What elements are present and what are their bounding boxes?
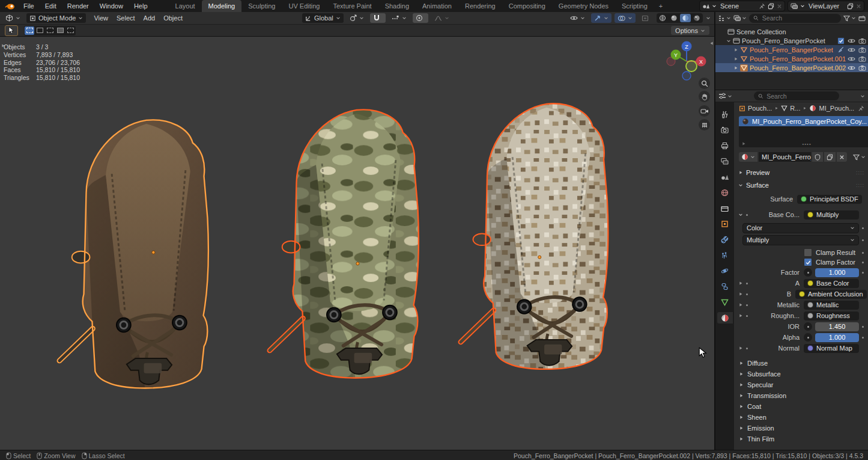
- gizmo-axis-neg-y[interactable]: [686, 61, 697, 72]
- sidebar-collapse-arrow[interactable]: [709, 40, 714, 46]
- tab-object-data[interactable]: [717, 296, 733, 308]
- outliner-row-object-0[interactable]: Pouch_Ferro_BangerPocket: [715, 45, 868, 54]
- clamp-result-checkbox[interactable]: [804, 248, 812, 257]
- proportional-falloff-dropdown[interactable]: [431, 13, 452, 23]
- material-filter-dropdown[interactable]: [853, 154, 866, 161]
- outliner-display-mode-dropdown[interactable]: [733, 15, 747, 21]
- tab-physics[interactable]: [717, 265, 733, 277]
- pouch-model-multicam[interactable]: [270, 109, 419, 378]
- preview-panel-header[interactable]: Preview ::::: [734, 167, 868, 177]
- hide-eye-icon[interactable]: [848, 65, 855, 71]
- viewport-camera-view-button[interactable]: [699, 105, 710, 117]
- tab-object[interactable]: [717, 218, 733, 230]
- new-material-button[interactable]: [824, 152, 836, 162]
- outliner-filter-dropdown[interactable]: [843, 15, 856, 22]
- tab-collection[interactable]: [717, 203, 733, 214]
- outliner-row-object-1[interactable]: Pouch_Ferro_BangerPocket.001: [715, 54, 868, 63]
- mix-data-type-dropdown[interactable]: Color: [742, 223, 859, 233]
- hide-eye-icon[interactable]: [848, 47, 855, 53]
- panel-grip-icon[interactable]: ::::: [856, 170, 864, 176]
- transform-orientation-dropdown[interactable]: Global: [302, 13, 344, 23]
- tab-constraints[interactable]: [717, 281, 733, 292]
- options-dropdown[interactable]: Options: [671, 26, 709, 35]
- tab-output[interactable]: [717, 140, 733, 152]
- disclosure-closed-icon[interactable]: [733, 66, 738, 70]
- tab-scene[interactable]: [717, 171, 733, 183]
- proportional-editing-toggle[interactable]: [413, 13, 428, 23]
- outliner-search[interactable]: [749, 14, 841, 23]
- active-tool-select-box[interactable]: [5, 25, 18, 36]
- overlays-dropdown[interactable]: [615, 13, 636, 23]
- unlink-scene-icon[interactable]: [777, 4, 782, 9]
- browse-material-dropdown[interactable]: [739, 152, 757, 162]
- panel-grip-icon[interactable]: ::::: [856, 182, 864, 188]
- disclosure-open-icon[interactable]: [738, 212, 743, 217]
- disclosure-closed-icon[interactable]: [733, 48, 738, 52]
- ior-socket-button[interactable]: [804, 322, 812, 331]
- remove-viewlayer-icon[interactable]: [856, 4, 861, 9]
- editor-type-button[interactable]: [2, 13, 23, 23]
- render-visibility-camera-icon[interactable]: [858, 38, 866, 44]
- outliner-row-object-2-active[interactable]: Pouch_Ferro_BangerPocket.002: [715, 63, 868, 72]
- menu-edit[interactable]: Edit: [40, 2, 62, 10]
- hide-eye-icon[interactable]: [848, 38, 855, 44]
- render-visibility-camera-icon[interactable]: [858, 47, 866, 53]
- hide-eye-icon[interactable]: [848, 56, 855, 62]
- disclosure-closed-icon[interactable]: [738, 346, 743, 351]
- scene-selector[interactable]: Scene: [699, 1, 785, 11]
- workspace-tab-modeling[interactable]: Modeling: [202, 0, 242, 12]
- input-b-button[interactable]: Ambient Occlusion: [795, 290, 867, 299]
- surface-panel-header[interactable]: Surface ::::: [734, 180, 868, 190]
- tab-view-layer[interactable]: [717, 156, 733, 167]
- disclosure-closed-icon[interactable]: [738, 281, 743, 286]
- factor-slider[interactable]: 1.000: [815, 268, 859, 277]
- shading-wireframe-button[interactable]: [657, 14, 668, 22]
- disclosure-closed-icon[interactable]: [738, 292, 743, 296]
- viewport-pan-button[interactable]: [699, 91, 710, 102]
- select-mode-extend[interactable]: [35, 26, 44, 35]
- input-a-button[interactable]: Base Color: [804, 279, 859, 288]
- collection-checkbox[interactable]: [837, 37, 845, 44]
- tab-world[interactable]: [717, 187, 733, 198]
- normal-map-button[interactable]: Normal Map: [804, 344, 859, 353]
- outliner-row-collection[interactable]: Pouch_Ferro_BangerPocket: [715, 36, 868, 45]
- shading-dropdown-chevron-icon[interactable]: [706, 16, 711, 20]
- viewlayer-selector[interactable]: ViewLayer: [788, 1, 864, 11]
- viewport-perspective-toggle-button[interactable]: [699, 119, 710, 130]
- select-mode-subtract[interactable]: [45, 26, 55, 35]
- menu-help[interactable]: Help: [129, 2, 153, 10]
- material-slot-list[interactable]: MI_Pouch_Ferro_BangerPocket_Coy... ••••: [739, 116, 868, 147]
- unlink-material-button[interactable]: [837, 152, 847, 162]
- tab-tool[interactable]: [717, 109, 733, 120]
- menu-view[interactable]: View: [90, 14, 112, 22]
- disclosure-closed-icon[interactable]: [738, 313, 743, 318]
- pin-icon[interactable]: [759, 3, 765, 10]
- object-visibility-dropdown[interactable]: [567, 13, 588, 23]
- new-viewlayer-icon[interactable]: [847, 3, 854, 10]
- workspace-tab-scripting[interactable]: Scripting: [615, 0, 654, 12]
- gizmos-dropdown[interactable]: [591, 13, 612, 23]
- outliner-row-scene-collection[interactable]: Scene Collection: [715, 27, 868, 36]
- navigation-gizmo[interactable]: Z Y X: [665, 38, 711, 84]
- tab-particles[interactable]: [717, 250, 733, 261]
- breadcrumb-mesh[interactable]: R...: [781, 105, 800, 112]
- select-mode-set[interactable]: [25, 26, 34, 35]
- render-visibility-camera-icon[interactable]: [858, 65, 866, 71]
- section-sheen[interactable]: Sheen: [734, 412, 868, 423]
- workspace-tab-texture-paint[interactable]: Texture Paint: [326, 0, 378, 12]
- factor-socket-button[interactable]: [804, 268, 812, 277]
- properties-search[interactable]: [754, 91, 839, 100]
- material-slot-active[interactable]: MI_Pouch_Ferro_BangerPocket_Coy...: [739, 116, 868, 126]
- workspace-tab-shading[interactable]: Shading: [378, 0, 416, 12]
- mode-dropdown[interactable]: Object Mode: [26, 13, 86, 23]
- workspace-tab-geometry-nodes[interactable]: Geometry Nodes: [552, 0, 615, 12]
- section-thin-film[interactable]: Thin Film: [734, 434, 868, 444]
- slot-specials-icon[interactable]: [741, 141, 746, 146]
- alpha-socket-button[interactable]: [804, 333, 812, 342]
- section-emission[interactable]: Emission: [734, 423, 868, 434]
- viewport-zoom-button[interactable]: [699, 78, 710, 89]
- ior-field[interactable]: 1.450: [815, 322, 859, 331]
- outliner-editor-type-button[interactable]: [718, 15, 731, 22]
- new-collection-icon[interactable]: [858, 15, 866, 22]
- fake-user-toggle[interactable]: [812, 152, 823, 162]
